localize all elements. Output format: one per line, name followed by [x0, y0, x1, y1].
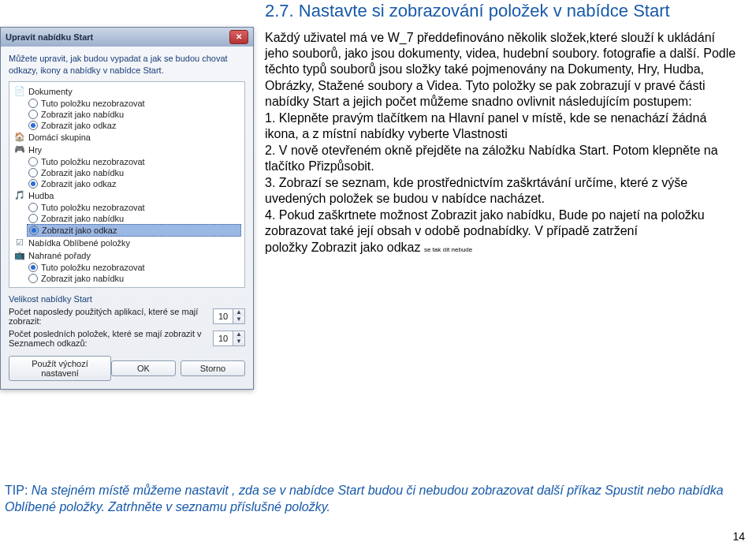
tree-option[interactable]: Zobrazit jako odkaz	[27, 120, 241, 131]
option-label: Zobrazit jako nabídku	[41, 168, 124, 177]
size-label: Velikost nabídky Start	[9, 294, 245, 304]
section-paragraph: Každý uživatel má ve W_7 předdefinováno …	[265, 30, 738, 256]
option-label: Zobrazit jako nabídku	[41, 110, 124, 119]
count-row: Počet naposledy použitých aplikací, kter…	[9, 307, 245, 326]
page-number: 14	[732, 530, 745, 543]
option-label: Tuto položku nezobrazovat	[41, 157, 145, 166]
options-tree[interactable]: 📄DokumentyTuto položku nezobrazovatZobra…	[9, 81, 245, 288]
tree-option[interactable]: Zobrazit jako nabídku	[27, 109, 241, 120]
option-label: Zobrazit jako nabídku	[41, 274, 124, 283]
count-spinner[interactable]: 10▲▼	[213, 331, 245, 346]
radio-icon[interactable]	[28, 168, 38, 177]
count-label: Počet naposledy použitých aplikací, kter…	[9, 307, 208, 326]
radio-icon[interactable]	[28, 110, 38, 119]
cancel-button[interactable]: Storno	[181, 360, 245, 376]
tree-option[interactable]: Tuto položku nezobrazovat	[27, 262, 241, 273]
group-icon: 📄	[14, 86, 25, 97]
article-body: 2.7. Nastavte si zobrazování položek v n…	[265, 0, 738, 256]
group-label: Hry	[28, 145, 42, 155]
option-label: Zobrazit jako odkaz	[42, 226, 117, 235]
tree-group[interactable]: 🎵Hudba	[13, 189, 241, 202]
group-label: Dokumenty	[28, 87, 73, 96]
group-icon: 🎮	[14, 144, 25, 155]
option-label: Zobrazit jako odkaz	[41, 121, 116, 130]
ok-button[interactable]: OK	[111, 360, 176, 376]
start-menu-customize-dialog: Upravit nabídku Start ✕ Můžete upravit, …	[0, 27, 254, 390]
tree-option[interactable]: Zobrazit jako nabídku	[27, 273, 241, 284]
dialog-title: Upravit nabídku Start	[6, 32, 93, 42]
radio-icon[interactable]	[28, 179, 38, 189]
dialog-titlebar: Upravit nabídku Start ✕	[1, 28, 253, 47]
spinner-value: 10	[214, 312, 233, 321]
defaults-button[interactable]: Použít výchozí nastavení	[9, 356, 111, 381]
tree-option[interactable]: Zobrazit jako odkaz	[27, 224, 241, 237]
group-icon: 📺	[14, 250, 25, 261]
small-tail: se tak dít nebude	[424, 246, 472, 253]
count-label: Počet posledních položek, které se mají …	[9, 329, 208, 348]
tree-group[interactable]: 🎮Hry	[13, 144, 241, 156]
radio-icon[interactable]	[28, 214, 38, 223]
option-label: Zobrazit jako odkaz	[41, 179, 116, 189]
group-label: Domácí skupina	[28, 133, 91, 142]
group-label: Hudba	[28, 191, 54, 200]
tree-group[interactable]: 📺Nahrané pořady	[13, 249, 241, 262]
tree-option[interactable]: Tuto položku nezobrazovat	[27, 156, 241, 167]
group-label: Nahrané pořady	[28, 251, 91, 260]
option-label: Tuto položku nezobrazovat	[41, 203, 145, 212]
tree-group[interactable]: 🏠Domácí skupina	[13, 131, 241, 144]
radio-icon[interactable]	[28, 121, 38, 130]
tree-option[interactable]: Zobrazit jako nabídku	[27, 167, 241, 178]
radio-icon[interactable]	[28, 157, 38, 166]
tree-group[interactable]: 📄Dokumenty	[13, 85, 241, 98]
count-row: Počet posledních položek, které se mají …	[9, 329, 245, 348]
option-label: Tuto položku nezobrazovat	[41, 263, 145, 272]
dialog-description: Můžete upravit, jak budou vypadat a jak …	[9, 53, 245, 77]
spinner-down-icon[interactable]: ▼	[233, 316, 244, 323]
radio-icon[interactable]	[28, 203, 38, 212]
tip-prefix: TIP:	[5, 484, 32, 497]
tree-option[interactable]: Zobrazit jako nabídku	[27, 213, 241, 224]
radio-icon[interactable]	[28, 99, 38, 108]
tree-option[interactable]: Tuto položku nezobrazovat	[27, 202, 241, 213]
radio-icon[interactable]	[28, 263, 38, 272]
option-label: Tuto položku nezobrazovat	[41, 99, 145, 108]
tree-group[interactable]: ☑Nabídka Oblíbené položky	[13, 237, 241, 249]
count-spinner[interactable]: 10▲▼	[213, 308, 245, 324]
spinner-down-icon[interactable]: ▼	[233, 338, 244, 345]
spinner-value: 10	[214, 334, 233, 343]
option-label: Zobrazit jako nabídku	[41, 214, 124, 223]
close-button[interactable]: ✕	[229, 30, 248, 44]
group-icon: ☑	[14, 237, 25, 248]
tip-body: Na stejném místě můžeme nastavit , zda s…	[5, 484, 724, 514]
radio-icon[interactable]	[29, 226, 39, 235]
tree-option[interactable]: Tuto položku nezobrazovat	[27, 98, 241, 109]
tree-option[interactable]: Zobrazit jako odkaz	[27, 178, 241, 189]
group-icon: 🎵	[14, 190, 25, 201]
section-heading: 2.7. Nastavte si zobrazování položek v n…	[265, 0, 738, 22]
group-label: Nabídka Oblíbené položky	[28, 238, 130, 248]
group-icon: 🏠	[14, 132, 25, 143]
radio-icon[interactable]	[28, 274, 38, 283]
tip-note: TIP: Na stejném místě můžeme nastavit , …	[5, 483, 738, 516]
